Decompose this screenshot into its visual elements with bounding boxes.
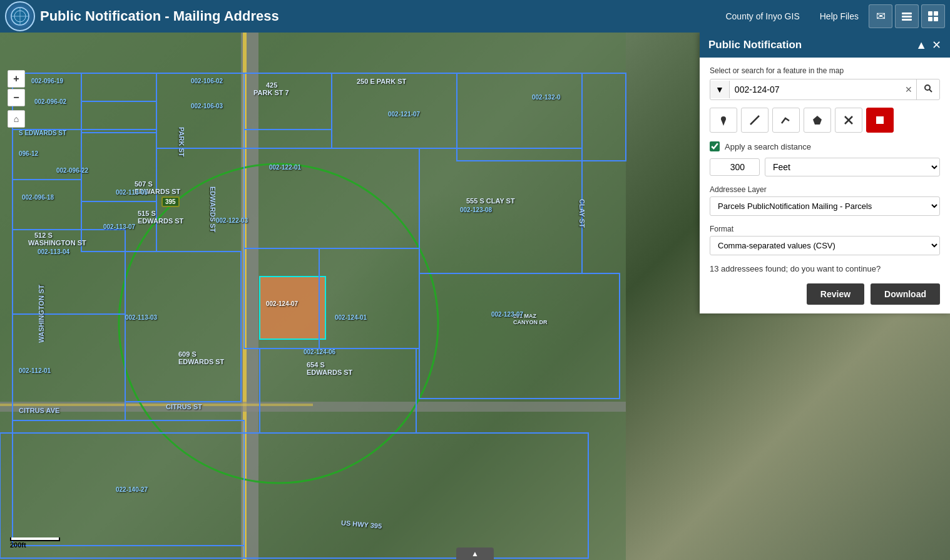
polyline-draw-button[interactable] — [772, 108, 800, 133]
format-select[interactable]: Comma-separated values (CSV) Microsoft E… — [710, 236, 940, 255]
checkbox-row: Apply a search distance — [710, 141, 940, 151]
top-nav: County of Inyo GIS Help Files — [725, 11, 859, 21]
search-dropdown-button[interactable]: ▼ — [710, 81, 730, 98]
zoom-in-button[interactable]: + — [8, 70, 25, 88]
expand-button[interactable]: ▲ — [456, 547, 494, 560]
svg-rect-10 — [934, 17, 938, 21]
line-draw-button[interactable] — [741, 108, 769, 133]
svg-rect-9 — [928, 17, 932, 21]
clear-draw-button[interactable] — [866, 108, 894, 133]
panel-title: Public Notification — [708, 39, 802, 51]
zoom-controls: + − ⌂ — [8, 70, 25, 128]
apply-distance-label: Apply a search distance — [725, 142, 811, 151]
svg-point-42 — [925, 85, 930, 90]
svg-rect-15 — [0, 404, 313, 406]
search-go-button[interactable] — [916, 79, 939, 99]
action-buttons: Review Download — [710, 283, 940, 305]
panel-collapse-button[interactable]: ▲ — [916, 39, 927, 51]
addressee-select[interactable]: Parcels PublicNotification Mailing - Par… — [710, 196, 940, 216]
distance-input[interactable] — [710, 158, 760, 176]
svg-rect-7 — [928, 11, 932, 16]
search-label: Select or search for a feature in the ma… — [710, 66, 940, 75]
home-button[interactable]: ⌂ — [8, 110, 25, 128]
search-row: ▼ ✕ — [710, 79, 940, 100]
svg-point-44 — [721, 116, 726, 121]
format-label: Format — [710, 225, 940, 233]
panel-header: Public Notification ▲ ✕ — [700, 33, 950, 58]
svg-marker-17 — [260, 277, 325, 339]
svg-rect-50 — [876, 116, 884, 124]
scale-bar: 200ft — [10, 537, 60, 549]
scale-label: 200ft — [10, 541, 26, 549]
download-button[interactable]: Download — [871, 283, 940, 305]
status-message: 13 addressees found; do you want to cont… — [710, 264, 940, 273]
svg-rect-5 — [902, 16, 912, 18]
layers-icon[interactable] — [895, 4, 919, 28]
public-notification-panel: Public Notification ▲ ✕ Select or search… — [700, 33, 950, 313]
panel-body: Select or search for a feature in the ma… — [700, 58, 950, 313]
svg-marker-47 — [813, 116, 822, 125]
panel-header-controls: ▲ ✕ — [916, 39, 941, 51]
app-title: Public Notification - Mailing Address — [40, 8, 725, 24]
search-clear-button[interactable]: ✕ — [901, 81, 916, 98]
nav-help[interactable]: Help Files — [820, 11, 859, 21]
addressee-label: Addressee Layer — [710, 185, 940, 194]
topbar: Public Notification - Mailing Address Co… — [0, 0, 950, 33]
svg-rect-6 — [902, 19, 912, 21]
distance-row: Feet Miles Meters Kilometers — [710, 158, 940, 176]
grid-icon[interactable] — [921, 4, 945, 28]
svg-marker-45 — [722, 121, 725, 126]
point-draw-button[interactable] — [710, 108, 737, 133]
topbar-icons: ✉ — [869, 4, 945, 28]
search-input[interactable] — [730, 81, 901, 98]
svg-line-43 — [929, 89, 932, 92]
review-button[interactable]: Review — [807, 283, 864, 305]
apply-distance-checkbox[interactable] — [710, 141, 720, 151]
zoom-out-button[interactable]: − — [8, 89, 25, 106]
svg-rect-14 — [0, 402, 626, 412]
star-draw-button[interactable] — [835, 108, 862, 133]
distance-unit-select[interactable]: Feet Miles Meters Kilometers — [765, 158, 940, 176]
polygon-draw-button[interactable] — [804, 108, 831, 133]
app-logo — [5, 1, 35, 31]
email-icon[interactable]: ✉ — [869, 4, 892, 28]
draw-tools — [710, 108, 940, 133]
svg-line-46 — [750, 116, 759, 125]
svg-rect-8 — [934, 11, 938, 16]
nav-gis[interactable]: County of Inyo GIS — [725, 11, 799, 21]
svg-rect-4 — [902, 13, 912, 14]
panel-close-button[interactable]: ✕ — [932, 39, 941, 51]
